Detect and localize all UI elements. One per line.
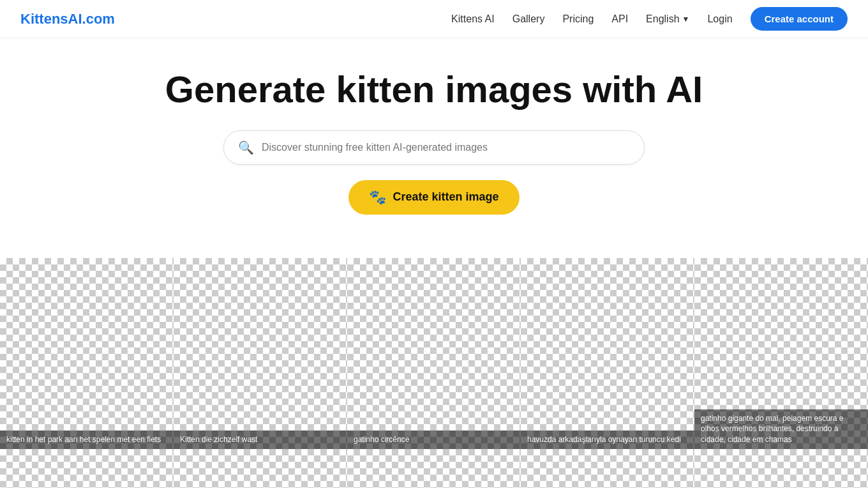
image-caption: gatinho circênce bbox=[347, 431, 521, 449]
paw-icon: 🐾 bbox=[369, 189, 386, 206]
gallery-item[interactable] bbox=[521, 449, 694, 488]
gallery-item[interactable] bbox=[694, 449, 868, 488]
gallery-item[interactable]: Kitten die zichzelf wast bbox=[174, 258, 347, 449]
page-title: Generate kitten images with AI bbox=[13, 69, 855, 110]
kitten-image bbox=[521, 258, 694, 449]
nav-gallery[interactable]: Gallery bbox=[513, 13, 545, 25]
kitten-image bbox=[347, 258, 521, 449]
gallery-item[interactable] bbox=[174, 449, 347, 488]
gallery-item[interactable] bbox=[347, 449, 521, 488]
nav-kittens-ai[interactable]: Kittens AI bbox=[451, 13, 495, 25]
header: KittensAI.com Kittens AI Gallery Pricing… bbox=[0, 0, 868, 38]
kitten-image bbox=[694, 449, 868, 488]
image-caption: kitten in het park aan het spelen met ee… bbox=[0, 431, 174, 449]
kitten-image bbox=[347, 449, 521, 488]
kitten-image bbox=[0, 258, 174, 449]
nav-pricing[interactable]: Pricing bbox=[562, 13, 594, 25]
gallery-item[interactable]: gatinho gigante do mal, pelagem escura e… bbox=[694, 258, 868, 449]
image-caption: havuzda arkadaşlarıyla oynayan turuncu k… bbox=[521, 431, 694, 449]
login-button[interactable]: Login bbox=[707, 13, 732, 25]
gallery-item[interactable] bbox=[0, 449, 174, 488]
language-selector[interactable]: English ▼ bbox=[646, 13, 689, 25]
search-bar: 🔍 bbox=[223, 130, 645, 165]
create-button-label: Create kitten image bbox=[393, 190, 498, 204]
create-account-button[interactable]: Create account bbox=[751, 7, 848, 31]
language-label: English bbox=[646, 13, 679, 25]
gallery-item[interactable]: kitten in het park aan het spelen met ee… bbox=[0, 258, 174, 449]
logo[interactable]: KittensAI.com bbox=[20, 11, 115, 27]
kitten-image bbox=[174, 258, 347, 449]
kitten-image bbox=[521, 449, 694, 488]
create-kitten-button[interactable]: 🐾 Create kitten image bbox=[348, 180, 519, 215]
nav-api[interactable]: API bbox=[611, 13, 628, 25]
gallery-item[interactable]: gatinho circênce bbox=[347, 258, 521, 449]
kitten-image bbox=[0, 449, 174, 488]
gallery-grid: kitten in het park aan het spelen met ee… bbox=[0, 258, 868, 488]
image-caption: gatinho gigante do mal, pelagem escura e… bbox=[694, 409, 868, 449]
hero-section: Generate kitten images with AI 🔍 🐾 Creat… bbox=[0, 38, 868, 258]
kitten-image bbox=[174, 449, 347, 488]
chevron-down-icon: ▼ bbox=[682, 15, 690, 24]
main-nav: Kittens AI Gallery Pricing API English ▼… bbox=[451, 7, 848, 31]
image-caption: Kitten die zichzelf wast bbox=[174, 431, 347, 449]
search-input[interactable] bbox=[262, 142, 630, 153]
search-icon: 🔍 bbox=[238, 140, 254, 155]
gallery-item[interactable]: havuzda arkadaşlarıyla oynayan turuncu k… bbox=[521, 258, 694, 449]
